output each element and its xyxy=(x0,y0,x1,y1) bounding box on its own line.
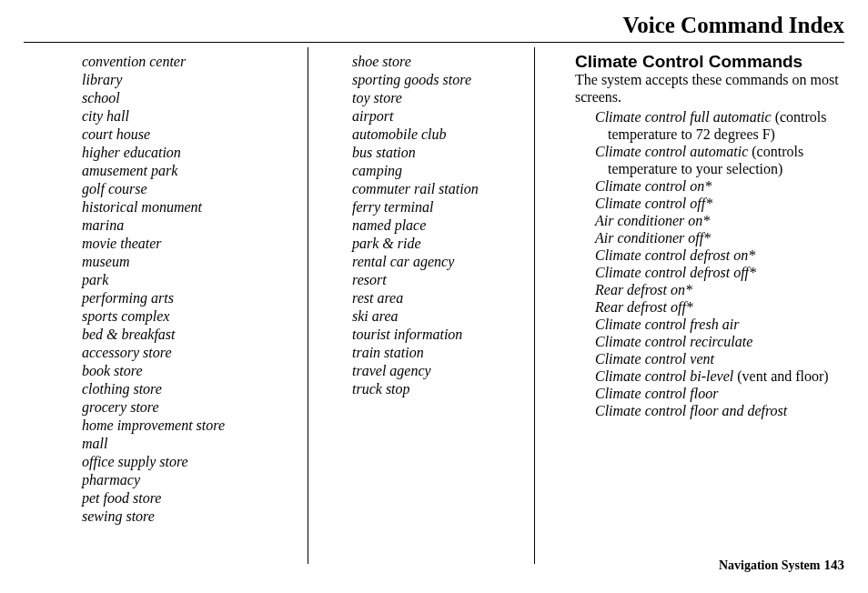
climate-command: Air conditioner on* xyxy=(595,212,846,229)
list-item: sewing store xyxy=(82,508,280,526)
list-item: book store xyxy=(82,362,280,380)
command-name: Climate control floor and defrost xyxy=(595,403,787,418)
command-name: Climate control vent xyxy=(595,351,714,367)
climate-command: Climate control recirculate xyxy=(595,333,846,350)
command-name: Rear defrost off* xyxy=(595,299,693,315)
climate-command: Climate control fresh air xyxy=(595,316,846,333)
list-item: commuter rail station xyxy=(352,180,507,198)
page-footer: Navigation System143 xyxy=(719,558,844,573)
manual-page: Voice Command Index convention centerlib… xyxy=(0,0,868,593)
climate-intro: The system accepts these commands on mos… xyxy=(575,71,846,106)
climate-command: Climate control floor and defrost xyxy=(595,402,846,419)
list-item: truck stop xyxy=(352,380,507,398)
list-item: camping xyxy=(352,162,507,180)
climate-command: Climate control defrost on* xyxy=(595,246,846,264)
command-name: Rear defrost on* xyxy=(595,282,692,297)
footer-label: Navigation System xyxy=(719,558,821,572)
list-item: marina xyxy=(82,216,280,235)
list-item: bus station xyxy=(352,144,507,162)
list-item: office supply store xyxy=(82,453,280,471)
list-item: golf course xyxy=(82,180,280,198)
list-item: sporting goods store xyxy=(352,71,507,89)
list-item: school xyxy=(82,89,280,107)
command-name: Air conditioner on* xyxy=(595,213,710,228)
climate-command: Climate control bi-level (vent and floor… xyxy=(595,367,846,385)
command-name: Climate control defrost off* xyxy=(595,265,756,280)
climate-command: Climate control defrost off* xyxy=(595,264,846,281)
list-item: tourist information xyxy=(352,326,507,344)
climate-command: Rear defrost off* xyxy=(595,298,846,316)
climate-command: Air conditioner off* xyxy=(595,229,846,246)
list-item: amusement park xyxy=(82,162,280,180)
list-item: home improvement store xyxy=(82,417,280,435)
list-item: named place xyxy=(352,216,507,235)
list-item: resort xyxy=(352,271,507,289)
list-item: historical monument xyxy=(82,198,280,216)
climate-command-list: Climate control full automatic (controls… xyxy=(595,108,846,419)
list-item: sports complex xyxy=(82,307,280,326)
climate-section: Climate Control Commands The system acce… xyxy=(535,53,846,564)
command-name: Climate control floor xyxy=(595,386,718,401)
command-name: Air conditioner off* xyxy=(595,230,711,246)
list-item: travel agency xyxy=(352,362,507,380)
list-item: museum xyxy=(82,253,280,271)
list-item: automobile club xyxy=(352,126,507,144)
list-item: train station xyxy=(352,344,507,362)
list-item: performing arts xyxy=(82,289,280,307)
list-item: toy store xyxy=(352,89,507,107)
climate-command: Climate control on* xyxy=(595,177,846,195)
poi-list-col2: shoe storesporting goods storetoy storea… xyxy=(308,53,534,564)
list-item: city hall xyxy=(82,107,280,126)
content-columns: convention centerlibraryschoolcity hallc… xyxy=(82,53,846,564)
page-number: 143 xyxy=(824,558,845,572)
command-name: Climate control off* xyxy=(595,196,712,211)
list-item: pharmacy xyxy=(82,471,280,489)
command-name: Climate control bi-level xyxy=(595,368,733,384)
page-title: Voice Command Index xyxy=(622,13,844,38)
command-note: (vent and floor) xyxy=(733,368,828,384)
poi-list-col1: convention centerlibraryschoolcity hallc… xyxy=(82,53,308,564)
climate-title: Climate Control Commands xyxy=(575,53,846,70)
list-item: ferry terminal xyxy=(352,198,507,216)
climate-command: Climate control automatic (controls temp… xyxy=(595,143,846,177)
list-item: clothing store xyxy=(82,380,280,398)
command-name: Climate control recirculate xyxy=(595,334,752,349)
list-item: higher education xyxy=(82,144,280,162)
list-item: court house xyxy=(82,126,280,144)
list-item: pet food store xyxy=(82,489,280,508)
horizontal-rule xyxy=(24,42,844,43)
command-name: Climate control on* xyxy=(595,178,712,194)
list-item: shoe store xyxy=(352,53,507,71)
command-name: Climate control defrost on* xyxy=(595,247,755,263)
list-item: rental car agency xyxy=(352,253,507,271)
list-item: park & ride xyxy=(352,235,507,253)
climate-command: Rear defrost on* xyxy=(595,281,846,298)
list-item: park xyxy=(82,271,280,289)
command-name: Climate control fresh air xyxy=(595,317,739,332)
list-item: bed & breakfast xyxy=(82,326,280,344)
climate-command: Climate control full automatic (controls… xyxy=(595,108,846,143)
list-item: ski area xyxy=(352,307,507,326)
command-name: Climate control automatic xyxy=(595,144,748,159)
climate-command: Climate control floor xyxy=(595,385,846,402)
climate-command: Climate control off* xyxy=(595,195,846,212)
list-item: airport xyxy=(352,107,507,126)
command-name: Climate control full automatic xyxy=(595,109,772,125)
list-item: movie theater xyxy=(82,235,280,253)
list-item: rest area xyxy=(352,289,507,307)
climate-command: Climate control vent xyxy=(595,350,846,367)
list-item: accessory store xyxy=(82,344,280,362)
list-item: grocery store xyxy=(82,398,280,417)
list-item: convention center xyxy=(82,53,280,71)
list-item: library xyxy=(82,71,280,89)
list-item: mall xyxy=(82,435,280,453)
